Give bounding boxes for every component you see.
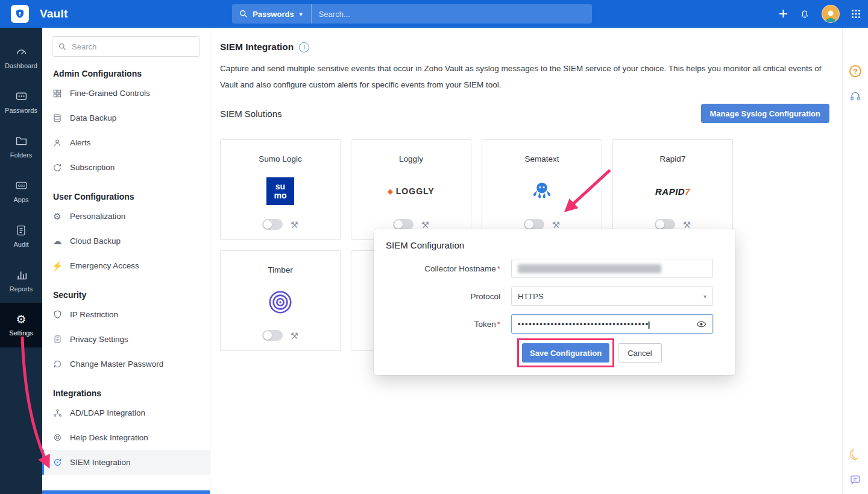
add-icon[interactable]: + xyxy=(779,5,788,21)
loggly-toggle[interactable] xyxy=(393,219,414,230)
refresh-icon xyxy=(52,163,63,173)
eye-icon[interactable] xyxy=(696,319,706,329)
info-icon[interactable]: i xyxy=(299,42,309,52)
headset-icon[interactable] xyxy=(849,90,861,103)
nav-item-apps[interactable]: SSO Apps xyxy=(0,169,42,214)
sidebar-item-label: Privacy Settings xyxy=(70,335,128,344)
sidebar-item-personalization[interactable]: ⚙ Personalization xyxy=(42,204,210,229)
page-description: Capture and send multiple sensitive even… xyxy=(220,60,829,93)
apps-sso-icon: SSO xyxy=(14,179,28,192)
sidebar-item-label: Change Master Password xyxy=(70,359,163,369)
sidebar-search-input[interactable] xyxy=(72,42,193,51)
card-title: Sumo Logic xyxy=(259,154,301,163)
search-scope-dropdown[interactable]: Passwords ▾ xyxy=(248,4,311,24)
bolt-icon: ⚡ xyxy=(52,261,63,271)
search-icon xyxy=(239,10,248,18)
chevron-down-icon: ▾ xyxy=(703,293,706,300)
nav-item-folders[interactable]: Folders xyxy=(0,124,42,169)
sidebar-item-help-desk-integration[interactable]: Help Desk Integration xyxy=(42,425,210,450)
modal-title: SIEM Configuration xyxy=(386,240,723,250)
global-search-bar: Passwords ▾ xyxy=(232,4,592,24)
sumo-logic-toggle[interactable] xyxy=(262,219,283,230)
configure-tools-icon[interactable]: ⚒ xyxy=(421,220,429,229)
section-title-security: Security xyxy=(53,290,210,300)
sumo-logic-logo: su mo xyxy=(221,163,340,219)
sumo-logo-text-top: su xyxy=(275,182,285,191)
nav-label: Settings xyxy=(9,329,33,337)
nav-label: Reports xyxy=(10,285,33,293)
sidebar-item-label: IP Restriction xyxy=(70,310,118,319)
sidebar-item-siem-integration[interactable]: SIEM Integration xyxy=(42,450,210,475)
configure-tools-icon[interactable]: ⚒ xyxy=(552,220,560,229)
timber-logo xyxy=(221,274,340,330)
required-marker: * xyxy=(497,264,500,273)
topbar: Vault Passwords ▾ + xyxy=(0,0,868,28)
section-title-user: User Configurations xyxy=(53,192,210,201)
nav-item-settings[interactable]: ⚙ Settings xyxy=(0,303,42,347)
gear-icon: ⚙ xyxy=(16,314,26,325)
sidebar-item-privacy-settings[interactable]: Privacy Settings xyxy=(42,327,210,352)
cancel-button[interactable]: Cancel xyxy=(618,343,661,363)
configure-tools-icon[interactable]: ⚒ xyxy=(291,220,298,229)
nav-item-dashboard[interactable]: Dashboard xyxy=(0,35,42,80)
siem-sync-icon xyxy=(52,458,63,467)
siem-configuration-modal: SIEM Configuration Collector Hostname* P… xyxy=(374,229,735,375)
search-icon xyxy=(58,43,66,51)
collector-hostname-input[interactable] xyxy=(511,259,713,278)
moon-icon[interactable]: ☾ xyxy=(846,445,864,465)
nav-item-audit[interactable]: Audit xyxy=(0,214,42,258)
loggly-logo: ◆ LOGGLY xyxy=(351,163,471,219)
sidebar-item-data-backup[interactable]: Data Backup xyxy=(42,106,210,130)
nav-label: Apps xyxy=(13,196,28,203)
token-masked-value: •••••••••••••••••••••••••••••••••••• xyxy=(518,320,649,329)
save-configuration-button[interactable]: Save Configuration xyxy=(522,343,609,363)
vault-logo[interactable] xyxy=(11,5,29,23)
text-caret: | xyxy=(648,320,651,329)
sidebar-item-alerts[interactable]: Alerts xyxy=(42,130,210,155)
sidebar-item-ip-restriction[interactable]: IP Restriction xyxy=(42,302,210,327)
sidebar-item-subscription[interactable]: Subscription xyxy=(42,155,210,180)
configure-tools-icon[interactable]: ⚒ xyxy=(291,331,298,340)
section-title-admin: Admin Configurations xyxy=(53,69,210,78)
feedback-chat-icon[interactable] xyxy=(850,474,861,486)
manage-syslog-button[interactable]: Manage Syslog Configuration xyxy=(701,104,829,123)
protocol-label: Protocol xyxy=(386,292,511,301)
protocol-select[interactable]: HTTPS ▾ xyxy=(511,287,713,306)
sidebar-item-cloud-backup[interactable]: ☁ Cloud Backup xyxy=(42,229,210,253)
siem-card-sumo-logic: Sumo Logic su mo ⚒ xyxy=(220,139,341,240)
document-icon xyxy=(52,335,63,344)
sidebar-item-fine-grained-controls[interactable]: Fine-Grained Controls xyxy=(42,81,210,106)
siem-card-sematext: Sematext ⚒ xyxy=(482,139,602,240)
nav-label: Passwords xyxy=(5,107,37,114)
primary-nav: Dashboard Passwords Folders SSO Apps Aud… xyxy=(0,28,42,494)
rapid7-logo-text: RAPID xyxy=(655,186,685,197)
bell-icon[interactable] xyxy=(799,8,810,19)
sidebar-search[interactable] xyxy=(52,36,200,57)
nav-label: Dashboard xyxy=(5,62,37,69)
token-label: Token* xyxy=(386,320,511,329)
lifering-icon xyxy=(52,433,63,442)
sidebar-item-label: Data Backup xyxy=(70,113,116,122)
avatar[interactable] xyxy=(822,5,840,23)
configure-tools-icon[interactable]: ⚒ xyxy=(683,220,691,229)
sidebar-item-label: Subscription xyxy=(70,163,115,172)
svg-text:SSO: SSO xyxy=(17,184,25,188)
loggly-flame-icon: ◆ xyxy=(388,188,393,195)
app-title: Vault xyxy=(40,7,68,21)
right-utility-rail: ? ☾ xyxy=(842,28,868,494)
nav-item-passwords[interactable]: Passwords xyxy=(0,80,42,124)
sidebar-item-label: Cloud Backup xyxy=(70,236,121,245)
help-icon[interactable]: ? xyxy=(849,65,861,77)
rapid7-toggle[interactable] xyxy=(655,219,675,230)
nav-item-reports[interactable]: Reports xyxy=(0,258,42,303)
token-input[interactable]: ••••••••••••••••••••••••••••••••••••| xyxy=(511,314,713,334)
sidebar-item-emergency-access[interactable]: ⚡ Emergency Access xyxy=(42,253,210,278)
sematext-toggle[interactable] xyxy=(524,219,544,230)
sidebar-item-change-master-password[interactable]: Change Master Password xyxy=(42,352,210,376)
apps-grid-icon[interactable] xyxy=(851,9,861,19)
global-search-input[interactable] xyxy=(312,10,592,19)
section-title-integrations: Integrations xyxy=(53,388,210,398)
reports-icon xyxy=(15,268,28,281)
sidebar-item-ad-ldap-integration[interactable]: AD/LDAP Integration xyxy=(42,401,210,425)
timber-toggle[interactable] xyxy=(262,330,283,341)
